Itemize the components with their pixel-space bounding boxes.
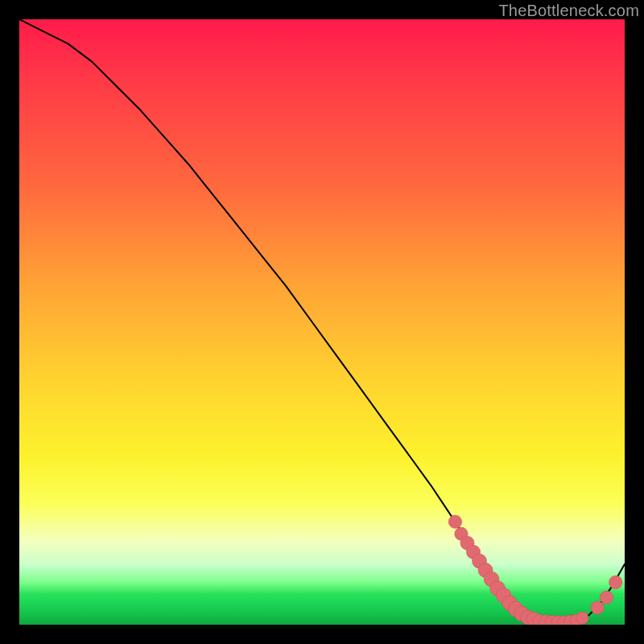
curve-marker: [576, 612, 589, 625]
curve-marker: [609, 576, 622, 588]
curve-marker: [600, 591, 613, 604]
chart-stage: TheBottleneck.com: [0, 0, 644, 644]
chart-overlay: [19, 19, 625, 625]
curve-marker: [448, 515, 461, 528]
curve-marker: [591, 601, 604, 614]
curve-markers: [448, 515, 622, 625]
curve-line: [19, 19, 625, 623]
attribution-label: TheBottleneck.com: [498, 2, 639, 20]
plot-area: [19, 19, 625, 625]
